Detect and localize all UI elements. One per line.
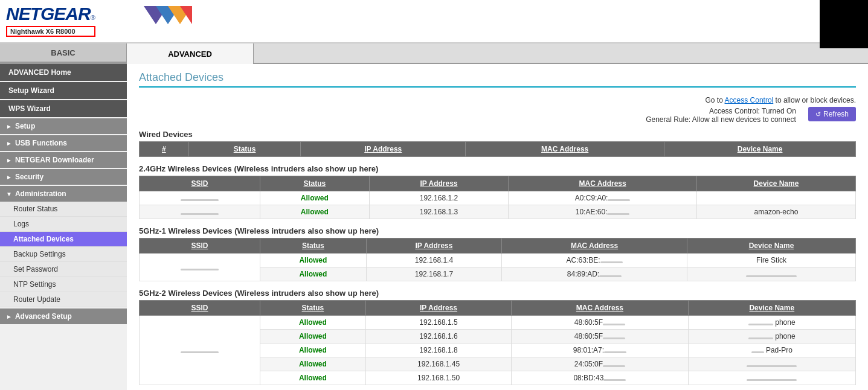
col-device-51: Device Name (687, 238, 855, 254)
col-ssid-52: SSID (140, 301, 260, 316)
col-ip-51: IP Address (366, 238, 501, 254)
col-mac-52: MAC Address (512, 301, 688, 316)
col-device-52: Device Name (688, 301, 855, 316)
sidebar-group-downloader[interactable]: ► NETGEAR Downloader (0, 152, 127, 168)
table-row: hidden Allowed 192.168.1.5 48:60:5Fxx xx… (140, 316, 856, 330)
registered-mark: ® (91, 14, 95, 21)
sidebar-group-usb[interactable]: ► USB Functions (0, 135, 127, 151)
wifi51-section-title: 5GHz-1 Wireless Devices (Wireless intrud… (139, 226, 856, 235)
col-mac-wired: MAC Address (466, 142, 664, 157)
admin-arrow-icon: ▼ (6, 191, 12, 197)
wifi52-section-title: 5GHz-2 Wireless Devices (Wireless intrud… (139, 289, 856, 298)
sidebar-group-setup[interactable]: ► Setup (0, 118, 127, 134)
section-wifi24: 2.4GHz Wireless Devices (Wireless intrud… (139, 164, 856, 219)
tab-basic[interactable]: BASIC (0, 43, 127, 63)
page-title: Attached Devices (139, 71, 856, 88)
refresh-icon: ↺ (815, 110, 821, 118)
col-mac-24: MAC Address (509, 176, 697, 191)
wifi24-table: SSID Status IP Address MAC Address Devic… (139, 176, 856, 219)
general-rule: General Rule: Allow all new devices to c… (646, 115, 796, 124)
col-hash: # (140, 142, 189, 157)
access-control-status: Access Control: Turned On (646, 107, 796, 115)
logo-graphic (120, 6, 192, 37)
security-arrow-icon: ► (6, 174, 12, 181)
col-ip-wired: IP Address (301, 142, 466, 157)
sidebar-sub-logs[interactable]: Logs (0, 217, 127, 232)
wired-section-title: Wired Devices (139, 130, 856, 139)
col-ssid-51: SSID (140, 238, 260, 254)
section-wired: Wired Devices # Status IP Address MAC Ad… (139, 130, 856, 157)
col-ssid-24: SSID (140, 176, 260, 191)
sidebar-item-setup-wizard[interactable]: Setup Wizard (0, 82, 127, 99)
col-mac-51: MAC Address (502, 238, 687, 254)
col-device-24: Device Name (696, 176, 855, 191)
netgear-logo: NETGEAR (6, 4, 91, 24)
col-ip-24: IP Address (369, 176, 509, 191)
sidebar-sub-router-status[interactable]: Router Status (0, 202, 127, 217)
sidebar-group-administration[interactable]: ▼ Administration (0, 186, 127, 202)
advanced-setup-arrow-icon: ► (6, 313, 12, 320)
tab-advanced[interactable]: ADVANCED (127, 43, 254, 64)
wifi51-table: SSID Status IP Address MAC Address Devic… (139, 238, 856, 281)
col-ip-52: IP Address (365, 301, 512, 316)
table-row: hidden Allowed 192.168.1.3 10:AE:60:xx a… (140, 205, 856, 219)
sidebar-group-advanced-setup[interactable]: ► Advanced Setup (0, 308, 127, 324)
sidebar-sub-ntp-settings[interactable]: NTP Settings (0, 277, 127, 292)
sidebar-item-advanced-home[interactable]: ADVANCED Home (0, 64, 127, 81)
sidebar-sub-backup-settings[interactable]: Backup Settings (0, 247, 127, 262)
wifi52-table: SSID Status IP Address MAC Address Devic… (139, 300, 856, 385)
section-wifi5-1: 5GHz-1 Wireless Devices (Wireless intrud… (139, 226, 856, 281)
sidebar-group-security[interactable]: ► Security (0, 169, 127, 185)
access-control-link[interactable]: Access Control (725, 96, 774, 104)
sidebar-sub-attached-devices[interactable]: Attached Devices (0, 232, 127, 247)
wifi24-section-title: 2.4GHz Wireless Devices (Wireless intrud… (139, 164, 856, 173)
col-status-wired: Status (188, 142, 300, 157)
col-status-24: Status (260, 176, 370, 191)
setup-arrow-icon: ► (6, 123, 12, 130)
access-control-suffix: to allow or block devices. (776, 96, 856, 104)
access-control-go-to: Go to (706, 96, 725, 104)
section-wifi5-2: 5GHz-2 Wireless Devices (Wireless intrud… (139, 289, 856, 385)
table-row: hidden Allowed 192.168.1.2 A0:C9:A0:xx (140, 191, 856, 205)
sidebar-sub-set-password[interactable]: Set Password (0, 262, 127, 277)
table-row: hidden Allowed 192.168.1.4 AC:63:BE:xx F… (140, 254, 856, 267)
sidebar-sub-router-update[interactable]: Router Update (0, 292, 127, 307)
wired-devices-table: # Status IP Address MAC Address Device N… (139, 141, 856, 157)
black-box (820, 0, 868, 48)
col-device-wired: Device Name (664, 142, 856, 157)
col-status-52: Status (260, 301, 366, 316)
downloader-arrow-icon: ► (6, 157, 12, 164)
col-status-51: Status (260, 238, 367, 254)
usb-arrow-icon: ► (6, 140, 12, 147)
sidebar-item-wps-wizard[interactable]: WPS Wizard (0, 100, 127, 117)
refresh-button[interactable]: ↺ Refresh (808, 107, 856, 121)
router-model: Nighthawk X6 R8000 (6, 26, 95, 37)
